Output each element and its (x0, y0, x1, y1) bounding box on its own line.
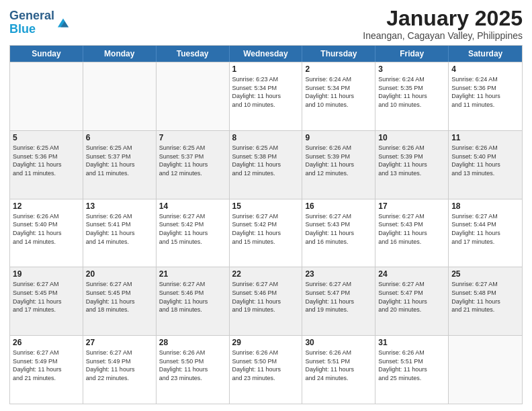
cal-cell-empty-0-0 (10, 62, 83, 130)
day-number: 6 (86, 133, 153, 142)
logo: General Blue (9, 9, 71, 36)
day-number: 29 (232, 338, 300, 347)
day-number: 24 (378, 269, 445, 279)
day-info: Sunrise: 6:27 AM Sunset: 5:47 PM Dayligh… (305, 280, 372, 314)
day-info: Sunrise: 6:24 AM Sunset: 5:36 PM Dayligh… (451, 75, 519, 109)
day-number: 13 (86, 201, 153, 211)
day-info: Sunrise: 6:24 AM Sunset: 5:34 PM Dayligh… (305, 75, 372, 109)
day-info: Sunrise: 6:26 AM Sunset: 5:51 PM Dayligh… (378, 349, 445, 382)
day-info: Sunrise: 6:25 AM Sunset: 5:37 PM Dayligh… (159, 144, 226, 177)
day-number: 28 (159, 338, 226, 347)
day-info: Sunrise: 6:26 AM Sunset: 5:39 PM Dayligh… (305, 144, 372, 177)
cal-cell-1: 1Sunrise: 6:23 AM Sunset: 5:34 PM Daylig… (230, 62, 303, 130)
calendar-header: SundayMondayTuesdayWednesdayThursdayFrid… (10, 46, 522, 62)
day-info: Sunrise: 6:27 AM Sunset: 5:43 PM Dayligh… (305, 212, 372, 246)
cal-cell-5: 5Sunrise: 6:25 AM Sunset: 5:36 PM Daylig… (10, 131, 83, 199)
cal-cell-21: 21Sunrise: 6:27 AM Sunset: 5:46 PM Dayli… (157, 267, 230, 335)
cal-cell-13: 13Sunrise: 6:26 AM Sunset: 5:41 PM Dayli… (83, 199, 157, 267)
calendar: SundayMondayTuesdayWednesdayThursdayFrid… (9, 45, 523, 404)
day-info: Sunrise: 6:27 AM Sunset: 5:48 PM Dayligh… (451, 280, 519, 314)
day-info: Sunrise: 6:27 AM Sunset: 5:43 PM Dayligh… (378, 212, 445, 246)
location-title: Ineangan, Cagayan Valley, Philippines (363, 30, 523, 41)
cal-cell-16: 16Sunrise: 6:27 AM Sunset: 5:43 PM Dayli… (302, 199, 375, 267)
cal-cell-2: 2Sunrise: 6:24 AM Sunset: 5:34 PM Daylig… (302, 62, 375, 130)
title-area: January 2025 Ineangan, Cagayan Valley, P… (363, 7, 523, 41)
day-info: Sunrise: 6:25 AM Sunset: 5:38 PM Dayligh… (232, 144, 300, 177)
cal-cell-20: 20Sunrise: 6:27 AM Sunset: 5:45 PM Dayli… (83, 267, 157, 335)
day-info: Sunrise: 6:23 AM Sunset: 5:34 PM Dayligh… (232, 75, 300, 109)
day-info: Sunrise: 6:26 AM Sunset: 5:50 PM Dayligh… (159, 349, 226, 382)
day-info: Sunrise: 6:27 AM Sunset: 5:44 PM Dayligh… (451, 212, 519, 246)
logo-line2: Blue (9, 23, 54, 36)
day-number: 9 (305, 133, 372, 142)
day-number: 25 (451, 269, 519, 279)
day-number: 18 (451, 201, 519, 211)
cal-cell-8: 8Sunrise: 6:25 AM Sunset: 5:38 PM Daylig… (230, 131, 303, 199)
day-number: 17 (378, 201, 445, 211)
cal-cell-14: 14Sunrise: 6:27 AM Sunset: 5:42 PM Dayli… (157, 199, 230, 267)
day-number: 8 (232, 133, 300, 142)
logo-text: General Blue (9, 9, 54, 36)
day-number: 7 (159, 133, 226, 142)
day-number: 12 (13, 201, 80, 211)
day-info: Sunrise: 6:27 AM Sunset: 5:49 PM Dayligh… (13, 349, 80, 382)
cal-cell-empty-0-2 (157, 62, 230, 130)
day-info: Sunrise: 6:27 AM Sunset: 5:46 PM Dayligh… (232, 280, 300, 314)
page: General Blue January 2025 Ineangan, Caga… (0, 0, 532, 411)
day-number: 27 (86, 338, 153, 347)
day-number: 30 (305, 338, 372, 347)
cal-row-0: 1Sunrise: 6:23 AM Sunset: 5:34 PM Daylig… (10, 62, 522, 130)
day-number: 31 (378, 338, 445, 347)
day-info: Sunrise: 6:26 AM Sunset: 5:40 PM Dayligh… (13, 212, 80, 246)
day-number: 5 (13, 133, 80, 142)
cal-cell-12: 12Sunrise: 6:26 AM Sunset: 5:40 PM Dayli… (10, 199, 83, 267)
weekday-header-wednesday: Wednesday (230, 46, 303, 62)
day-info: Sunrise: 6:25 AM Sunset: 5:37 PM Dayligh… (86, 144, 153, 177)
cal-cell-27: 27Sunrise: 6:27 AM Sunset: 5:49 PM Dayli… (83, 336, 157, 404)
day-info: Sunrise: 6:27 AM Sunset: 5:47 PM Dayligh… (378, 280, 445, 314)
day-number: 22 (232, 269, 300, 279)
day-number: 2 (305, 64, 372, 74)
day-number: 26 (13, 338, 80, 347)
day-info: Sunrise: 6:26 AM Sunset: 5:50 PM Dayligh… (232, 349, 300, 382)
cal-cell-empty-0-1 (83, 62, 157, 130)
cal-cell-15: 15Sunrise: 6:27 AM Sunset: 5:42 PM Dayli… (230, 199, 303, 267)
day-number: 16 (305, 201, 372, 211)
cal-cell-29: 29Sunrise: 6:26 AM Sunset: 5:50 PM Dayli… (230, 336, 303, 404)
day-info: Sunrise: 6:27 AM Sunset: 5:42 PM Dayligh… (159, 212, 226, 246)
day-info: Sunrise: 6:24 AM Sunset: 5:35 PM Dayligh… (378, 75, 445, 109)
cal-cell-25: 25Sunrise: 6:27 AM Sunset: 5:48 PM Dayli… (449, 267, 522, 335)
day-number: 23 (305, 269, 372, 279)
weekday-header-tuesday: Tuesday (157, 46, 230, 62)
cal-row-1: 5Sunrise: 6:25 AM Sunset: 5:36 PM Daylig… (10, 130, 522, 199)
day-number: 21 (159, 269, 226, 279)
cal-cell-22: 22Sunrise: 6:27 AM Sunset: 5:46 PM Dayli… (230, 267, 303, 335)
cal-cell-26: 26Sunrise: 6:27 AM Sunset: 5:49 PM Dayli… (10, 336, 83, 404)
day-number: 14 (159, 201, 226, 211)
cal-cell-23: 23Sunrise: 6:27 AM Sunset: 5:47 PM Dayli… (302, 267, 375, 335)
cal-cell-11: 11Sunrise: 6:26 AM Sunset: 5:40 PM Dayli… (449, 131, 522, 199)
logo-icon (56, 15, 71, 30)
weekday-header-sunday: Sunday (10, 46, 83, 62)
day-number: 19 (13, 269, 80, 279)
day-info: Sunrise: 6:26 AM Sunset: 5:39 PM Dayligh… (378, 144, 445, 177)
cal-cell-19: 19Sunrise: 6:27 AM Sunset: 5:45 PM Dayli… (10, 267, 83, 335)
weekday-header-thursday: Thursday (302, 46, 375, 62)
day-number: 15 (232, 201, 300, 211)
day-info: Sunrise: 6:27 AM Sunset: 5:42 PM Dayligh… (232, 212, 300, 246)
cal-cell-10: 10Sunrise: 6:26 AM Sunset: 5:39 PM Dayli… (375, 131, 449, 199)
month-title: January 2025 (363, 7, 523, 30)
weekday-header-friday: Friday (375, 46, 449, 62)
day-info: Sunrise: 6:27 AM Sunset: 5:45 PM Dayligh… (13, 280, 80, 314)
day-number: 20 (86, 269, 153, 279)
cal-row-3: 19Sunrise: 6:27 AM Sunset: 5:45 PM Dayli… (10, 267, 522, 335)
calendar-body: 1Sunrise: 6:23 AM Sunset: 5:34 PM Daylig… (10, 62, 522, 404)
day-info: Sunrise: 6:26 AM Sunset: 5:41 PM Dayligh… (86, 212, 153, 246)
cal-cell-7: 7Sunrise: 6:25 AM Sunset: 5:37 PM Daylig… (157, 131, 230, 199)
day-info: Sunrise: 6:27 AM Sunset: 5:46 PM Dayligh… (159, 280, 226, 314)
day-info: Sunrise: 6:25 AM Sunset: 5:36 PM Dayligh… (13, 144, 80, 177)
day-number: 4 (451, 64, 519, 74)
cal-row-2: 12Sunrise: 6:26 AM Sunset: 5:40 PM Dayli… (10, 199, 522, 267)
weekday-header-saturday: Saturday (449, 46, 522, 62)
cal-cell-31: 31Sunrise: 6:26 AM Sunset: 5:51 PM Dayli… (375, 336, 449, 404)
